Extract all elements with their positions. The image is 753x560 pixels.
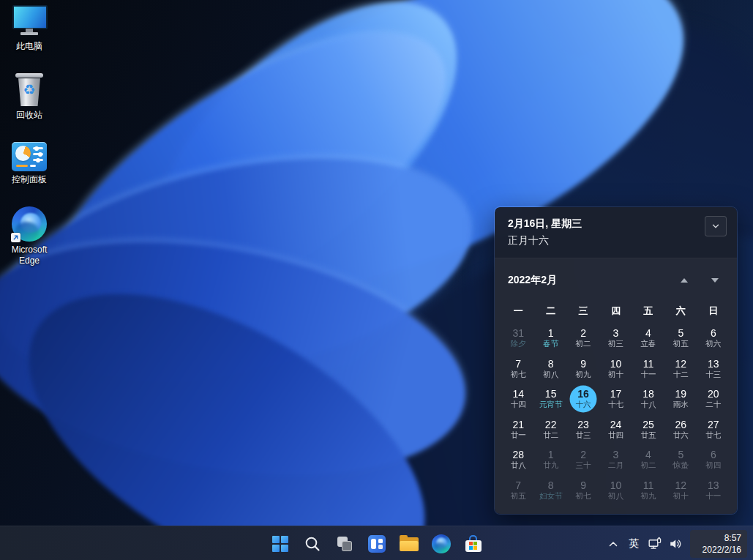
day-lunar-label: 初十 — [608, 370, 623, 379]
day-number: 5 — [678, 327, 683, 339]
calendar-day[interactable]: 24 廿四 — [599, 414, 632, 445]
calendar-day[interactable]: 6 初四 — [697, 444, 730, 475]
day-lunar-label: 廿九 — [543, 460, 558, 470]
file-explorer-button[interactable] — [397, 529, 421, 559]
desktop-icon-label: 控制面板 — [12, 174, 47, 185]
windows-logo-icon — [271, 535, 289, 553]
clock-time: 8:57 — [696, 532, 741, 544]
calendar-day[interactable]: 10 初十 — [599, 354, 632, 384]
day-number: 15 — [545, 388, 557, 400]
day-number: 25 — [643, 419, 654, 430]
calendar-day[interactable]: 31 除夕 — [502, 323, 534, 354]
calendar-day[interactable]: 7 初七 — [502, 354, 534, 384]
calendar-day[interactable]: 13 十三 — [697, 354, 730, 384]
day-lunar-label: 初九 — [576, 370, 591, 379]
day-lunar-label: 元宵节 — [539, 400, 563, 409]
calendar-day[interactable]: 22 廿二 — [534, 414, 566, 445]
day-lunar-label: 廿五 — [640, 430, 656, 440]
calendar-day[interactable]: 12 十二 — [664, 354, 697, 384]
calendar-day[interactable]: 3 二月 — [599, 444, 632, 475]
calendar-collapse-button[interactable] — [705, 216, 727, 236]
start-button[interactable] — [269, 529, 292, 559]
calendar-day[interactable]: 7 初五 — [502, 475, 534, 506]
calendar-day[interactable]: 1 廿九 — [534, 444, 566, 475]
widgets-button[interactable] — [365, 529, 389, 559]
day-number: 13 — [708, 479, 719, 491]
calendar-day[interactable]: 4 初二 — [632, 444, 664, 475]
weekday-label: 一 — [502, 305, 534, 318]
calendar-day[interactable]: 14 十四 — [502, 384, 534, 414]
tray-overflow-button[interactable] — [604, 529, 623, 559]
edge-button[interactable] — [430, 529, 453, 559]
calendar-day[interactable]: 6 初六 — [697, 323, 730, 354]
calendar-day[interactable]: 13 十一 — [697, 475, 730, 506]
desktop-icon-this-pc[interactable]: 此电脑 — [1, 4, 57, 52]
calendar-day[interactable]: 25 廿五 — [632, 414, 664, 445]
calendar-flyout: 2月16日, 星期三 正月十六 2022年2月 一二三四五六日 31 — [494, 206, 738, 515]
task-view-icon — [336, 535, 353, 553]
day-number: 12 — [675, 479, 687, 491]
chevron-down-icon — [711, 278, 719, 283]
day-lunar-label: 春节 — [543, 339, 558, 348]
calendar-day[interactable]: 23 廿三 — [567, 414, 599, 445]
calendar-day[interactable]: 19 雨水 — [664, 384, 697, 414]
calendar-day[interactable]: 4 立春 — [632, 323, 664, 354]
calendar-next-month-button[interactable] — [705, 270, 725, 291]
day-lunar-label: 初五 — [673, 339, 689, 348]
ime-language-button[interactable]: 英 — [623, 529, 645, 559]
calendar-day[interactable]: 3 初三 — [599, 323, 632, 354]
network-button[interactable] — [645, 529, 665, 559]
day-number: 10 — [610, 358, 622, 370]
calendar-day[interactable]: 11 十一 — [632, 354, 664, 384]
calendar-day[interactable]: 1 春节 — [534, 323, 566, 354]
day-lunar-label: 十二 — [673, 370, 689, 379]
day-number: 23 — [577, 419, 589, 430]
calendar-day[interactable]: 10 初八 — [599, 475, 632, 506]
calendar-prev-month-button[interactable] — [674, 270, 694, 291]
desktop-icon-edge[interactable]: Microsoft Edge — [1, 206, 57, 266]
calendar-day[interactable]: 27 廿七 — [697, 414, 730, 445]
calendar-day[interactable]: 18 十八 — [632, 384, 664, 414]
calendar-day[interactable]: 20 二十 — [697, 384, 730, 414]
calendar-day[interactable]: 11 初九 — [632, 475, 664, 506]
day-number: 11 — [643, 479, 654, 491]
taskbar-center-icons — [269, 526, 485, 560]
calendar-day[interactable]: 2 三十 — [567, 444, 599, 475]
calendar-body: 2022年2月 一二三四五六日 31 除夕 1 春节 2 初二 — [495, 258, 737, 515]
day-lunar-label: 廿七 — [705, 430, 721, 440]
store-button[interactable] — [462, 529, 485, 559]
day-lunar-label: 十三 — [705, 370, 721, 379]
calendar-day[interactable]: 5 惊蛰 — [664, 444, 697, 475]
day-number: 4 — [645, 327, 651, 339]
calendar-month-label[interactable]: 2022年2月 — [508, 274, 664, 287]
day-lunar-label: 初八 — [543, 370, 558, 379]
calendar-day[interactable]: 21 廿一 — [502, 414, 534, 445]
day-number: 9 — [580, 479, 586, 491]
calendar-day[interactable]: 9 初九 — [567, 354, 599, 384]
desktop-icon-control-panel[interactable]: 控制面板 — [1, 142, 57, 185]
calendar-lunar-text: 正月十六 — [508, 233, 725, 247]
calendar-day[interactable]: 8 初八 — [534, 354, 566, 384]
day-lunar-label: 妇女节 — [539, 491, 563, 501]
calendar-day[interactable]: 12 初十 — [664, 475, 697, 506]
desktop-icon-recycle-bin[interactable]: 回收站 — [1, 73, 57, 121]
day-lunar-label: 初二 — [640, 460, 656, 470]
desktop-icon-label: Microsoft Edge — [2, 244, 56, 266]
calendar-day[interactable]: 9 初七 — [567, 475, 599, 506]
calendar-day[interactable]: 8 妇女节 — [534, 475, 566, 506]
calendar-day[interactable]: 28 廿八 — [502, 444, 534, 475]
calendar-day[interactable]: 16 十六 — [567, 384, 599, 414]
calendar-day[interactable]: 17 十七 — [599, 384, 632, 414]
task-view-button[interactable] — [333, 529, 356, 559]
day-lunar-label: 雨水 — [673, 400, 689, 409]
volume-button[interactable] — [665, 529, 686, 559]
calendar-day[interactable]: 5 初五 — [664, 323, 697, 354]
calendar-day[interactable]: 26 廿六 — [664, 414, 697, 445]
calendar-day[interactable]: 2 初二 — [567, 323, 599, 354]
edge-icon — [12, 206, 47, 242]
day-lunar-label: 初五 — [511, 491, 526, 501]
day-number: 8 — [548, 358, 554, 370]
calendar-day[interactable]: 15 元宵节 — [534, 384, 566, 414]
search-button[interactable] — [301, 529, 324, 559]
clock-button[interactable]: 8:57 2022/2/16 — [690, 530, 747, 558]
